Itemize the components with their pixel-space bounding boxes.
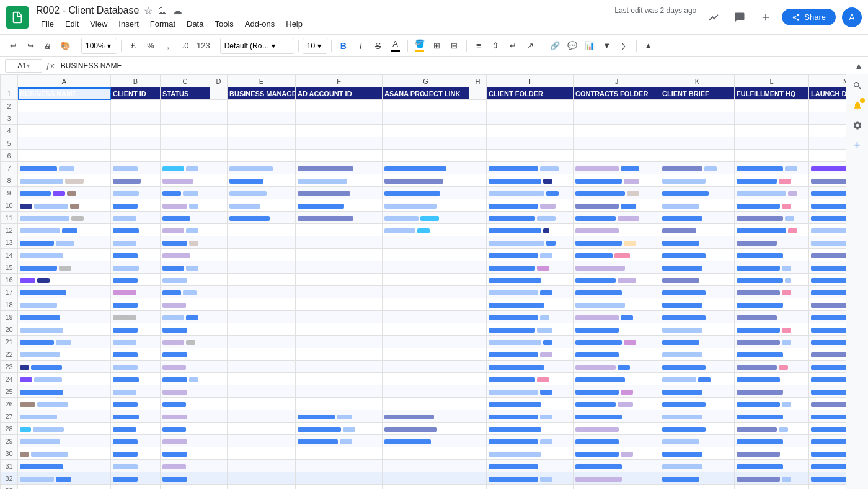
- col-header-l[interactable]: L: [735, 75, 809, 87]
- table-row: 2: [1, 100, 846, 112]
- font-color-button[interactable]: A: [388, 38, 404, 54]
- menu-format[interactable]: Format: [145, 18, 180, 30]
- header-client-id[interactable]: CLIENT ID: [111, 87, 161, 100]
- table-row: 17: [1, 286, 846, 298]
- explore-icon[interactable]: [849, 77, 866, 94]
- fx-icon: ƒx: [46, 61, 55, 70]
- col-header-m[interactable]: M: [809, 75, 846, 87]
- function-button[interactable]: ∑: [616, 38, 632, 54]
- grid-container: A B C D E F G H I J K L M 1: [0, 74, 846, 489]
- col-header-b[interactable]: B: [111, 75, 161, 87]
- share-button[interactable]: Share: [782, 9, 836, 25]
- col-header-h[interactable]: H: [469, 75, 487, 87]
- decimal-btn[interactable]: ,: [160, 38, 176, 54]
- inc-places-btn[interactable]: 123: [195, 38, 212, 54]
- wrap-button[interactable]: ↵: [505, 38, 521, 54]
- table-row: 10: [1, 199, 846, 212]
- formula-content[interactable]: BUSINESS NAME: [58, 61, 851, 70]
- col-header-k[interactable]: K: [660, 75, 735, 87]
- filter-button[interactable]: ▼: [599, 38, 615, 54]
- zoom-select[interactable]: 100% ▾: [81, 38, 117, 54]
- menu-view[interactable]: View: [85, 18, 112, 30]
- link-button[interactable]: 🔗: [547, 38, 563, 54]
- table-row: 32: [1, 472, 846, 485]
- font-name: Default (Ro…: [224, 42, 270, 50]
- formula-expand-icon[interactable]: ▲: [854, 61, 863, 71]
- notification-icon[interactable]: [849, 97, 866, 114]
- dec-places-btn[interactable]: .0: [177, 38, 193, 54]
- fontsize-select[interactable]: 10 ▾: [303, 38, 327, 54]
- redo-button[interactable]: ↪: [22, 38, 38, 54]
- col-header-c[interactable]: C: [161, 75, 210, 87]
- percent-btn[interactable]: %: [143, 38, 159, 54]
- sep8: [542, 40, 543, 52]
- add-icon[interactable]: [756, 7, 776, 27]
- paint-format-button[interactable]: 🎨: [57, 38, 73, 54]
- folder-icon[interactable]: 🗂: [157, 5, 167, 16]
- highlight-button[interactable]: 🪣: [412, 38, 428, 54]
- table-row: 8: [1, 174, 846, 187]
- zoom-value: 100%: [86, 42, 105, 50]
- rotate-button[interactable]: ↗: [523, 38, 539, 54]
- header-brief[interactable]: CLIENT BRIEF: [660, 87, 735, 100]
- cloud-icon[interactable]: ☁: [172, 5, 182, 17]
- menu-help[interactable]: Help: [281, 18, 308, 30]
- v-align-button[interactable]: ⇕: [488, 38, 504, 54]
- analytics-icon[interactable]: [704, 7, 724, 27]
- comment-button[interactable]: 💬: [564, 38, 580, 54]
- right-panel: +: [846, 74, 868, 489]
- header-contracts[interactable]: CONTRACTS FOLDER: [574, 87, 660, 100]
- col-header-d[interactable]: D: [210, 75, 228, 87]
- corner-cell[interactable]: [1, 75, 18, 87]
- add-panel-icon[interactable]: +: [849, 137, 866, 154]
- chart-button[interactable]: 📊: [582, 38, 598, 54]
- app-icon[interactable]: [6, 6, 29, 29]
- table-row: 20: [1, 323, 846, 336]
- border-button[interactable]: ⊞: [429, 38, 445, 54]
- table-row: 31: [1, 460, 846, 472]
- col-header-i[interactable]: I: [487, 75, 574, 87]
- top-right-icons: Share A: [704, 7, 862, 27]
- header-ad-account[interactable]: AD ACCOUNT ID: [296, 87, 383, 100]
- col-header-j[interactable]: J: [574, 75, 660, 87]
- bold-button[interactable]: B: [335, 38, 352, 54]
- col-header-e[interactable]: E: [228, 75, 296, 87]
- header-asana[interactable]: ASANA PROJECT LINK: [383, 87, 469, 100]
- chat-icon[interactable]: [730, 7, 750, 27]
- table-row: 27: [1, 410, 846, 423]
- header-status[interactable]: STATUS: [161, 87, 210, 100]
- menu-insert[interactable]: Insert: [113, 18, 144, 30]
- strikethrough-button[interactable]: S: [370, 38, 386, 54]
- h-align-button[interactable]: ≡: [471, 38, 487, 54]
- last-edit: Last edit was 2 days ago: [614, 6, 696, 15]
- print-button[interactable]: 🖨: [40, 38, 56, 54]
- header-client-folder[interactable]: CLIENT FOLDER: [487, 87, 574, 100]
- doc-title-area: R002 - Client Database ☆ 🗂 ☁ Last edit w…: [36, 5, 696, 30]
- header-bm-id[interactable]: BUSINESS MANAGER ID: [228, 87, 296, 100]
- col-header-a[interactable]: A: [18, 75, 111, 87]
- italic-button[interactable]: I: [353, 38, 369, 54]
- header-business-name[interactable]: BUSINESS NAME: [18, 87, 111, 100]
- menu-edit[interactable]: Edit: [60, 18, 84, 30]
- collapse-button[interactable]: ▲: [640, 38, 657, 54]
- menu-addons[interactable]: Add-ons: [240, 18, 280, 30]
- table-row: 22: [1, 348, 846, 361]
- col-header-g[interactable]: G: [383, 75, 469, 87]
- settings-panel-icon[interactable]: [849, 117, 866, 134]
- menu-tools[interactable]: Tools: [210, 18, 238, 30]
- sep6: [407, 40, 408, 52]
- merge-button[interactable]: ⊟: [446, 38, 463, 54]
- doc-title[interactable]: R002 - Client Database: [36, 5, 139, 16]
- col-header-f[interactable]: F: [296, 75, 383, 87]
- header-fulfillment[interactable]: FULFILLMENT HQ: [735, 87, 809, 100]
- menu-file[interactable]: File: [36, 18, 59, 30]
- currency-btn[interactable]: £: [125, 38, 141, 54]
- font-select[interactable]: Default (Ro… ▾: [220, 38, 294, 54]
- avatar[interactable]: A: [842, 7, 862, 27]
- menu-data[interactable]: Data: [182, 18, 208, 30]
- cell-reference[interactable]: A1 ▾: [5, 59, 42, 73]
- sep2: [121, 40, 122, 52]
- undo-button[interactable]: ↩: [5, 38, 21, 54]
- header-launch[interactable]: LAUNCH DECK: [809, 87, 846, 100]
- star-icon[interactable]: ☆: [144, 5, 153, 17]
